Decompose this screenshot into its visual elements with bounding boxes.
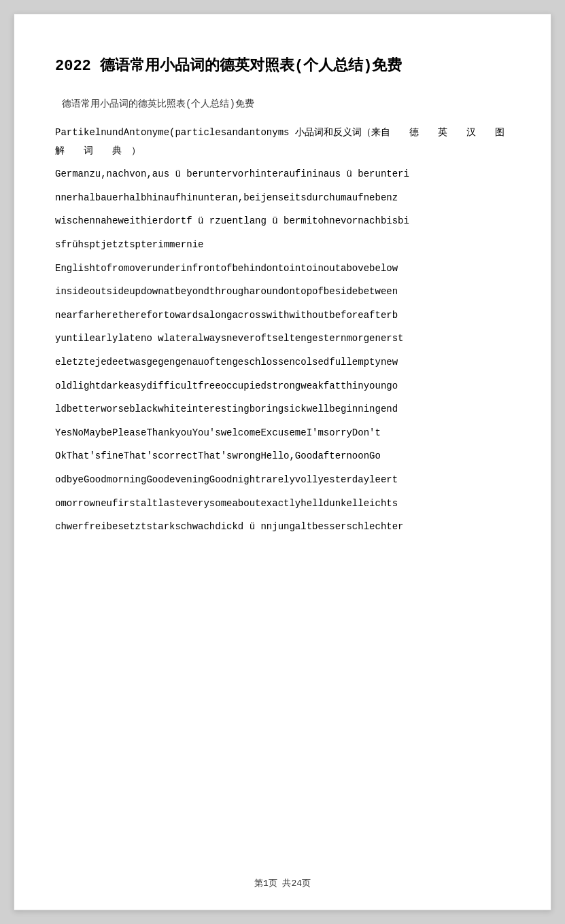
content-block-block2: Germanzu,nachvon,aus ü beruntervorhinter… — [55, 165, 510, 183]
content-block-block5: sfrühsptjetztspterimmernie — [55, 236, 510, 254]
page-container: 2022 德语常用小品词的德英对照表(个人总结)免费 德语常用小品词的德英比照表… — [14, 14, 551, 910]
content-block-block1: PartikelnundAntonyme(particlesandantonym… — [55, 124, 510, 160]
content-block-block13: YesNoMaybePleaseThankyouYou'swelcomeExcu… — [55, 424, 510, 442]
content-block-block7: insideoutsideupdownatbeyondthrougharound… — [55, 283, 510, 301]
content-block-block15: odbyeGoodmorningGoodeveningGoodnightrare… — [55, 471, 510, 489]
content-block-block9: yuntilearlylateno wlateralwaysneveroftse… — [55, 330, 510, 348]
content-block-block17: chwerfreibesetztstarkschwachdickd ü nnju… — [55, 518, 510, 536]
content-block-block4: wischennaheweithierdortf ü rzuentlang ü … — [55, 212, 510, 230]
page-title: 2022 德语常用小品词的德英对照表(个人总结)免费 — [55, 55, 510, 77]
content-block-block12: ldbetterworseblackwhiteinterestingboring… — [55, 400, 510, 419]
content-block-block8: nearfarheretherefortowardsalongacrosswit… — [55, 306, 510, 325]
subtitle: 德语常用小品词的德英比照表(个人总结)免费 — [55, 98, 510, 110]
content-block-block6: Englishtofromoverunderinfrontofbehindont… — [55, 260, 510, 278]
content-block-block16: omorrowneufirstaltlasteverysomeaboutexac… — [55, 495, 510, 513]
content-area: PartikelnundAntonyme(particlesandantonym… — [55, 124, 510, 536]
page-footer: 第1页 共24页 — [14, 877, 551, 889]
content-block-block3: nnerhalbauerhalbhinaufhinunteran,beijens… — [55, 189, 510, 207]
content-block-block14: OkThat'sfineThat'scorrectThat'swrongHell… — [55, 447, 510, 465]
content-block-block11: oldlightdarkeasydifficultfreeoccupiedstr… — [55, 377, 510, 395]
content-block-block10: eletztejedeetwasgegengenauoftengeschloss… — [55, 353, 510, 372]
